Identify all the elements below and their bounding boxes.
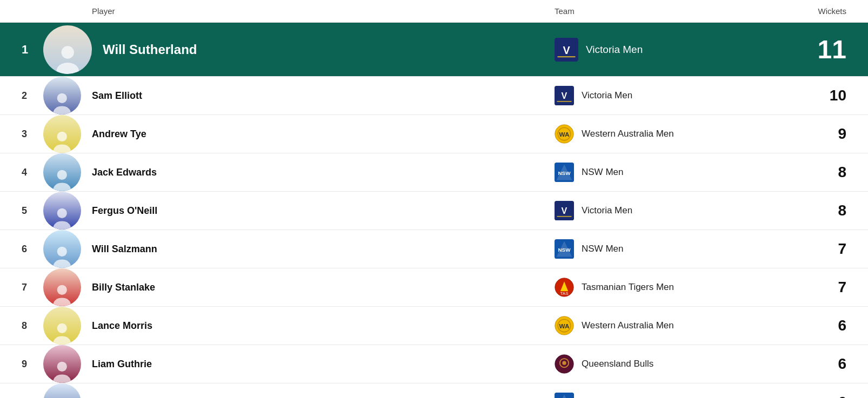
team-info: V Victoria Men — [555, 38, 782, 62]
svg-point-40 — [57, 361, 67, 371]
table-row: 8 Lance Morris WA Western Australia Men … — [0, 307, 868, 345]
avatar — [43, 268, 81, 306]
header-player: Player — [92, 6, 555, 16]
avatar — [43, 307, 81, 345]
avatar — [43, 230, 81, 268]
svg-point-36 — [54, 336, 71, 345]
table-row: 4 Jack Edwards NSW NSW Men 8 — [0, 153, 868, 192]
table-row: 9 Liam Guthrie Queensland Bulls 6 — [0, 345, 868, 383]
player-name: Will Salzmann — [92, 244, 555, 255]
svg-point-41 — [54, 374, 71, 383]
player-name: Will Sutherland — [103, 42, 555, 57]
table-row: 3 Andrew Tye WA Western Australia Men 9 — [0, 115, 868, 153]
svg-point-5 — [57, 93, 67, 103]
player-name: Sam Elliott — [92, 90, 555, 102]
svg-text:V: V — [562, 91, 567, 100]
svg-point-11 — [54, 144, 71, 153]
wickets-value: 7 — [782, 240, 846, 258]
svg-text:NSW: NSW — [558, 170, 571, 176]
rows-container: 1 Will Sutherland V Victoria Men 11 2 Sa… — [0, 23, 868, 398]
table-row: 10 Hayden Kerr NSW NSW Men 6 — [0, 383, 868, 398]
table-row: 5 Fergus O'Neill V Victoria Men 8 — [0, 192, 868, 230]
team-name: Queensland Bulls — [582, 359, 653, 369]
wickets-value: 8 — [782, 202, 846, 219]
svg-point-31 — [54, 298, 71, 306]
svg-point-16 — [54, 183, 71, 191]
wickets-value: 9 — [782, 125, 846, 143]
rank-number: 4 — [22, 167, 43, 178]
svg-point-15 — [57, 170, 67, 179]
rank-number: 8 — [22, 320, 43, 332]
rank-number: 3 — [22, 129, 43, 140]
team-info: NSW NSW Men — [555, 393, 782, 398]
wickets-value: 6 — [782, 355, 846, 373]
svg-text:V: V — [562, 206, 567, 215]
player-name: Jack Edwards — [92, 167, 555, 178]
player-name: Lance Morris — [92, 320, 555, 332]
table-row: 6 Will Salzmann NSW NSW Men 7 — [0, 230, 868, 268]
rank-number: 7 — [22, 282, 43, 293]
player-name: Billy Stanlake — [92, 282, 555, 293]
wickets-value: 6 — [782, 317, 846, 334]
team-logo-icon: NSW — [555, 239, 574, 259]
svg-point-21 — [54, 221, 71, 230]
avatar — [43, 345, 81, 383]
header-team: Team — [555, 6, 782, 16]
svg-text:V: V — [563, 44, 570, 56]
team-name: Western Australia Men — [582, 129, 674, 139]
svg-point-0 — [61, 46, 74, 58]
table-row: 2 Sam Elliott V Victoria Men 10 — [0, 77, 868, 115]
team-info: Queensland Bulls — [555, 354, 782, 374]
team-info: TAS Tasmanian Tigers Men — [555, 278, 782, 297]
leaderboard-table: Player Team Wickets 1 Will Sutherland V … — [0, 0, 868, 398]
avatar — [43, 25, 92, 74]
team-info: NSW NSW Men — [555, 163, 782, 182]
svg-text:WA: WA — [559, 322, 570, 329]
team-name: Western Australia Men — [582, 320, 674, 331]
svg-point-35 — [57, 323, 67, 333]
wickets-value: 6 — [782, 394, 846, 398]
team-name: NSW Men — [582, 244, 623, 254]
rank-number: 9 — [22, 359, 43, 370]
svg-point-10 — [57, 131, 67, 141]
avatar — [43, 115, 81, 153]
team-info: V Victoria Men — [555, 201, 782, 220]
wickets-value: 7 — [782, 279, 846, 296]
team-logo-icon: V — [555, 38, 578, 62]
table-row: 7 Billy Stanlake TAS Tasmanian Tigers Me… — [0, 268, 868, 307]
table-header: Player Team Wickets — [0, 0, 868, 23]
header-wickets: Wickets — [782, 6, 846, 16]
wickets-value: 8 — [782, 164, 846, 181]
team-logo-icon: V — [555, 201, 574, 220]
team-name: Victoria Men — [582, 90, 632, 101]
team-name: Victoria Men — [586, 44, 643, 56]
rank-number: 1 — [22, 43, 43, 57]
team-logo-icon: WA — [555, 124, 574, 144]
team-name: NSW Men — [582, 167, 623, 178]
table-row: 1 Will Sutherland V Victoria Men 11 — [0, 23, 868, 77]
svg-point-1 — [57, 63, 79, 73]
team-logo-icon: TAS — [555, 278, 574, 297]
svg-point-20 — [57, 208, 67, 218]
team-info: NSW NSW Men — [555, 239, 782, 259]
svg-text:WA: WA — [559, 131, 570, 138]
team-logo-icon: V — [555, 86, 574, 105]
svg-point-6 — [54, 106, 71, 114]
svg-point-26 — [54, 259, 71, 268]
player-name: Fergus O'Neill — [92, 205, 555, 217]
team-info: WA Western Australia Men — [555, 316, 782, 335]
team-logo-icon: WA — [555, 316, 574, 335]
team-logo-icon — [555, 354, 574, 374]
team-info: V Victoria Men — [555, 86, 782, 105]
svg-point-44 — [562, 361, 566, 365]
svg-point-25 — [57, 246, 67, 256]
svg-text:TAS: TAS — [560, 291, 569, 296]
rank-number: 5 — [22, 205, 43, 217]
team-logo-icon: NSW — [555, 393, 574, 398]
rank-number: 2 — [22, 90, 43, 102]
avatar — [43, 153, 81, 191]
avatar — [43, 77, 81, 114]
avatar — [43, 383, 81, 398]
wickets-value: 10 — [782, 87, 846, 104]
team-info: WA Western Australia Men — [555, 124, 782, 144]
